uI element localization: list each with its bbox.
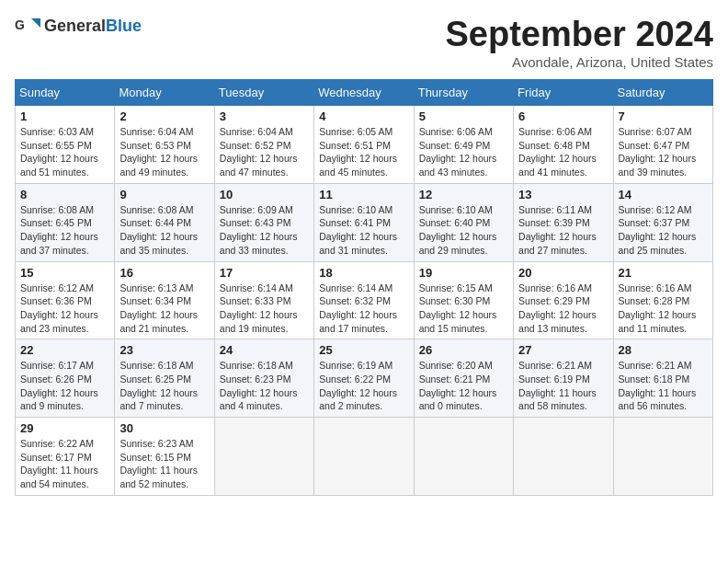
day-info: Sunrise: 6:04 AM Sunset: 6:52 PM Dayligh…	[220, 125, 309, 179]
calendar-week-row: 15 Sunrise: 6:12 AM Sunset: 6:36 PM Dayl…	[16, 261, 713, 339]
day-info: Sunrise: 6:11 AM Sunset: 6:39 PM Dayligh…	[518, 203, 608, 258]
day-info: Sunrise: 6:08 AM Sunset: 6:44 PM Dayligh…	[119, 203, 209, 258]
table-row: 8 Sunrise: 6:08 AM Sunset: 6:45 PM Dayli…	[16, 183, 115, 261]
day-number: 13	[518, 188, 608, 201]
day-number: 8	[20, 188, 109, 201]
day-number: 9	[119, 188, 209, 201]
day-number: 10	[220, 188, 309, 201]
day-number: 12	[419, 188, 508, 201]
day-info: Sunrise: 6:06 AM Sunset: 6:48 PM Dayligh…	[518, 125, 608, 179]
table-row: 19 Sunrise: 6:15 AM Sunset: 6:30 PM Dayl…	[414, 261, 513, 339]
day-info: Sunrise: 6:08 AM Sunset: 6:45 PM Dayligh…	[20, 203, 109, 258]
table-row: 7 Sunrise: 6:07 AM Sunset: 6:47 PM Dayli…	[613, 106, 712, 184]
day-number: 30	[119, 421, 209, 435]
logo-general: General	[44, 17, 106, 35]
title-area: September 2024 Avondale, Arizona, United…	[446, 15, 714, 70]
table-row: 22 Sunrise: 6:17 AM Sunset: 6:26 PM Dayl…	[16, 339, 115, 418]
day-info: Sunrise: 6:20 AM Sunset: 6:21 PM Dayligh…	[419, 359, 508, 413]
table-row: 4 Sunrise: 6:05 AM Sunset: 6:51 PM Dayli…	[314, 106, 414, 184]
table-row: 21 Sunrise: 6:16 AM Sunset: 6:28 PM Dayl…	[613, 261, 712, 339]
table-row: 28 Sunrise: 6:21 AM Sunset: 6:18 PM Dayl…	[613, 339, 712, 418]
day-info: Sunrise: 6:16 AM Sunset: 6:29 PM Dayligh…	[518, 282, 608, 336]
table-row: 6 Sunrise: 6:06 AM Sunset: 6:48 PM Dayli…	[514, 106, 613, 184]
day-number: 14	[619, 188, 708, 201]
table-row: 30 Sunrise: 6:23 AM Sunset: 6:15 PM Dayl…	[115, 418, 214, 496]
table-row: 25 Sunrise: 6:19 AM Sunset: 6:22 PM Dayl…	[314, 339, 414, 418]
day-number: 29	[20, 421, 109, 435]
day-number: 16	[119, 266, 209, 280]
calendar-week-row: 1 Sunrise: 6:03 AM Sunset: 6:55 PM Dayli…	[16, 106, 713, 184]
col-wednesday: Wednesday	[314, 80, 414, 106]
table-row: 29 Sunrise: 6:22 AM Sunset: 6:17 PM Dayl…	[16, 418, 115, 496]
day-info: Sunrise: 6:07 AM Sunset: 6:47 PM Dayligh…	[619, 125, 708, 179]
day-number: 4	[319, 109, 408, 123]
day-number: 20	[518, 266, 608, 280]
day-info: Sunrise: 6:12 AM Sunset: 6:37 PM Dayligh…	[619, 203, 708, 258]
table-row	[613, 418, 712, 496]
day-number: 1	[20, 109, 109, 123]
logo-blue: Blue	[106, 17, 142, 35]
calendar-header-row: Sunday Monday Tuesday Wednesday Thursday…	[16, 80, 713, 106]
day-number: 6	[518, 109, 608, 123]
day-info: Sunrise: 6:22 AM Sunset: 6:17 PM Dayligh…	[20, 437, 109, 491]
table-row: 3 Sunrise: 6:04 AM Sunset: 6:52 PM Dayli…	[214, 106, 313, 184]
calendar-week-row: 22 Sunrise: 6:17 AM Sunset: 6:26 PM Dayl…	[16, 339, 713, 418]
calendar-week-row: 29 Sunrise: 6:22 AM Sunset: 6:17 PM Dayl…	[16, 418, 713, 496]
table-row: 12 Sunrise: 6:10 AM Sunset: 6:40 PM Dayl…	[414, 183, 513, 261]
table-row: 27 Sunrise: 6:21 AM Sunset: 6:19 PM Dayl…	[514, 339, 613, 418]
day-info: Sunrise: 6:15 AM Sunset: 6:30 PM Dayligh…	[419, 282, 508, 336]
table-row: 15 Sunrise: 6:12 AM Sunset: 6:36 PM Dayl…	[16, 261, 115, 339]
col-saturday: Saturday	[613, 80, 712, 106]
day-info: Sunrise: 6:18 AM Sunset: 6:23 PM Dayligh…	[220, 359, 309, 413]
col-friday: Friday	[514, 80, 613, 106]
month-title: September 2024	[446, 15, 714, 54]
day-info: Sunrise: 6:14 AM Sunset: 6:32 PM Dayligh…	[319, 282, 408, 336]
day-info: Sunrise: 6:03 AM Sunset: 6:55 PM Dayligh…	[20, 125, 109, 179]
table-row	[214, 418, 313, 496]
day-info: Sunrise: 6:05 AM Sunset: 6:51 PM Dayligh…	[319, 125, 408, 179]
day-number: 11	[319, 188, 408, 201]
table-row: 23 Sunrise: 6:18 AM Sunset: 6:25 PM Dayl…	[115, 339, 214, 418]
col-thursday: Thursday	[414, 80, 513, 106]
location-title: Avondale, Arizona, United States	[446, 54, 714, 70]
day-number: 23	[119, 343, 209, 357]
table-row	[314, 418, 414, 496]
table-row: 18 Sunrise: 6:14 AM Sunset: 6:32 PM Dayl…	[314, 261, 414, 339]
day-number: 24	[220, 343, 309, 357]
table-row	[514, 418, 613, 496]
table-row: 16 Sunrise: 6:13 AM Sunset: 6:34 PM Dayl…	[115, 261, 214, 339]
day-info: Sunrise: 6:17 AM Sunset: 6:26 PM Dayligh…	[20, 359, 109, 413]
col-tuesday: Tuesday	[214, 80, 313, 106]
day-number: 26	[419, 343, 508, 357]
day-info: Sunrise: 6:23 AM Sunset: 6:15 PM Dayligh…	[119, 437, 209, 491]
table-row: 14 Sunrise: 6:12 AM Sunset: 6:37 PM Dayl…	[613, 183, 712, 261]
col-monday: Monday	[115, 80, 214, 106]
day-number: 2	[119, 109, 209, 123]
table-row: 13 Sunrise: 6:11 AM Sunset: 6:39 PM Dayl…	[514, 183, 613, 261]
calendar-week-row: 8 Sunrise: 6:08 AM Sunset: 6:45 PM Dayli…	[16, 183, 713, 261]
day-number: 21	[619, 266, 708, 280]
svg-marker-1	[31, 18, 40, 28]
day-info: Sunrise: 6:21 AM Sunset: 6:19 PM Dayligh…	[518, 359, 608, 413]
day-info: Sunrise: 6:19 AM Sunset: 6:22 PM Dayligh…	[319, 359, 408, 413]
table-row	[414, 418, 513, 496]
day-number: 3	[220, 109, 309, 123]
logo-icon: G	[15, 15, 40, 37]
svg-text:G: G	[15, 17, 25, 32]
table-row: 9 Sunrise: 6:08 AM Sunset: 6:44 PM Dayli…	[115, 183, 214, 261]
day-info: Sunrise: 6:18 AM Sunset: 6:25 PM Dayligh…	[119, 359, 209, 413]
day-info: Sunrise: 6:06 AM Sunset: 6:49 PM Dayligh…	[419, 125, 508, 179]
table-row: 1 Sunrise: 6:03 AM Sunset: 6:55 PM Dayli…	[16, 106, 115, 184]
table-row: 26 Sunrise: 6:20 AM Sunset: 6:21 PM Dayl…	[414, 339, 513, 418]
page-header: G GeneralBlue September 2024 Avondale, A…	[15, 15, 713, 70]
table-row: 17 Sunrise: 6:14 AM Sunset: 6:33 PM Dayl…	[214, 261, 313, 339]
day-info: Sunrise: 6:10 AM Sunset: 6:40 PM Dayligh…	[419, 203, 508, 258]
table-row: 10 Sunrise: 6:09 AM Sunset: 6:43 PM Dayl…	[214, 183, 313, 261]
day-info: Sunrise: 6:16 AM Sunset: 6:28 PM Dayligh…	[619, 282, 708, 336]
col-sunday: Sunday	[16, 80, 115, 106]
day-number: 7	[619, 109, 708, 123]
day-number: 22	[20, 343, 109, 357]
table-row: 24 Sunrise: 6:18 AM Sunset: 6:23 PM Dayl…	[214, 339, 313, 418]
table-row: 11 Sunrise: 6:10 AM Sunset: 6:41 PM Dayl…	[314, 183, 414, 261]
day-number: 25	[319, 343, 408, 357]
